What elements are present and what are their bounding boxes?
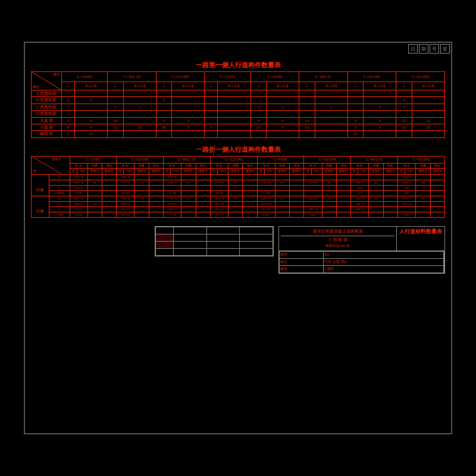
cell [134, 185, 149, 190]
cell [87, 206, 102, 212]
cell: 117 6 [70, 206, 87, 212]
cell [416, 185, 430, 190]
cell [149, 201, 163, 206]
cell [257, 174, 275, 180]
cell: 2 [364, 104, 396, 110]
type-cell: I [49, 180, 70, 185]
cell [290, 196, 304, 201]
sub-h12: 来人行道 [315, 82, 347, 90]
info-row: 图号 IIA [280, 251, 444, 258]
cell: 1575 61 [117, 180, 134, 185]
cell [218, 97, 250, 104]
cell [243, 174, 257, 180]
cell: 1375 23 [398, 201, 416, 206]
row-label: 小盖 梁 [32, 124, 62, 130]
cell: 21 [412, 124, 444, 130]
sh-sub8: 建材外 [149, 169, 163, 175]
sh3: 荷金 [102, 163, 116, 168]
legend-row [156, 241, 273, 248]
cell [430, 196, 444, 201]
cell: 1 [62, 131, 75, 137]
cell [75, 104, 108, 110]
cell: 2.4 6 [257, 212, 275, 217]
table-row: 轻人轻 1S 1547 23 2262 30 2561 30 5561 31 [32, 174, 445, 180]
info-box-top: 基华文明新混凝土道路桥面 上 前 板 道 铁铁出品100 米 人行道材料数量表 [279, 227, 444, 250]
cell [243, 185, 257, 190]
cell: 30 [156, 124, 171, 130]
cell [383, 206, 397, 212]
cell [299, 97, 315, 104]
sh11: 供量 [228, 163, 243, 168]
s2-span-5: L=450K [257, 156, 304, 163]
cell [315, 111, 347, 117]
sh-sub30: OBS [405, 169, 416, 175]
cell: 1370 61 [304, 180, 322, 185]
span-col-8: L=4210M [396, 72, 445, 82]
sh-sub13: 供 [210, 169, 217, 175]
cell [196, 190, 210, 196]
sh-sub23: 普材外 [322, 169, 336, 175]
sh2: 供量 [87, 163, 102, 168]
sh-sub20: 建材外 [290, 169, 304, 175]
cell: 4.8 I [398, 185, 416, 190]
cell [87, 190, 102, 196]
legend-row [156, 227, 273, 234]
cell [383, 180, 397, 185]
cell [275, 185, 289, 190]
sh-sub22: OBS [311, 169, 322, 175]
cell [351, 174, 369, 180]
table-row: 小盖 梁 09 1215 305 3 155 13 53 1521 [32, 124, 445, 130]
cell: 1.5 I [351, 190, 369, 196]
cell [383, 190, 397, 196]
cell: 1897 16 [304, 206, 322, 212]
cell [290, 180, 304, 185]
legend-cell [206, 227, 240, 234]
cell: 1360 61 [351, 180, 369, 185]
legend-cell [156, 227, 174, 234]
cell [383, 212, 397, 217]
cell: B4 [369, 180, 383, 185]
cell [396, 131, 412, 137]
legend-row [156, 234, 273, 241]
info-box: 基华文明新混凝土道路桥面 上 前 板 道 铁铁出品100 米 人行道材料数量表 [278, 226, 445, 274]
cell [416, 206, 430, 212]
cell [108, 111, 123, 117]
cell: 5 [266, 124, 299, 130]
cell [218, 117, 250, 124]
cell [205, 117, 218, 124]
cell [156, 131, 171, 137]
sub-h16: 来人行道 [412, 82, 444, 90]
sh12: 荷金 [243, 163, 257, 168]
legend-cell [156, 248, 174, 255]
sh-sub24: 建材外 [336, 169, 350, 175]
info-box-bottom-left: 图号 IIA 标注 汽车-主荷,局A 编号 1/群叶 [279, 251, 444, 273]
cell: 14 [299, 117, 315, 124]
cell [315, 90, 347, 97]
cell: 2 [156, 97, 171, 104]
cell: B2 [416, 196, 430, 201]
legend-row [156, 248, 273, 255]
legend-cell-highlight [156, 241, 174, 248]
cell [87, 212, 102, 217]
cell [336, 212, 350, 217]
span-col-7: L=4210M [347, 72, 396, 82]
row-label: C 类预制梁 [32, 104, 62, 110]
section-gap [31, 138, 445, 145]
bottom-section: 基华文明新混凝土道路桥面 上 前 板 道 铁铁出品100 米 人行道材料数量表 [31, 223, 445, 274]
sub-h6: 来人行道 [172, 82, 205, 90]
cell [250, 131, 266, 137]
sh10: 美 长 [210, 163, 228, 168]
cell: 7A [228, 196, 243, 201]
cell [383, 201, 397, 206]
cell [149, 190, 163, 196]
cell [430, 185, 444, 190]
cell: 6.1 [228, 180, 243, 185]
cell [250, 97, 266, 104]
table-row: 轻人轻 1S 1867 36 1762 504.8 1768 516.2 186… [32, 196, 445, 201]
legend-cell [206, 248, 240, 255]
type-cell: □ [49, 185, 70, 190]
cell [62, 104, 75, 110]
sh-sub32: 建材外 [430, 169, 444, 175]
cell [149, 174, 163, 180]
cell: 13 [299, 124, 315, 130]
